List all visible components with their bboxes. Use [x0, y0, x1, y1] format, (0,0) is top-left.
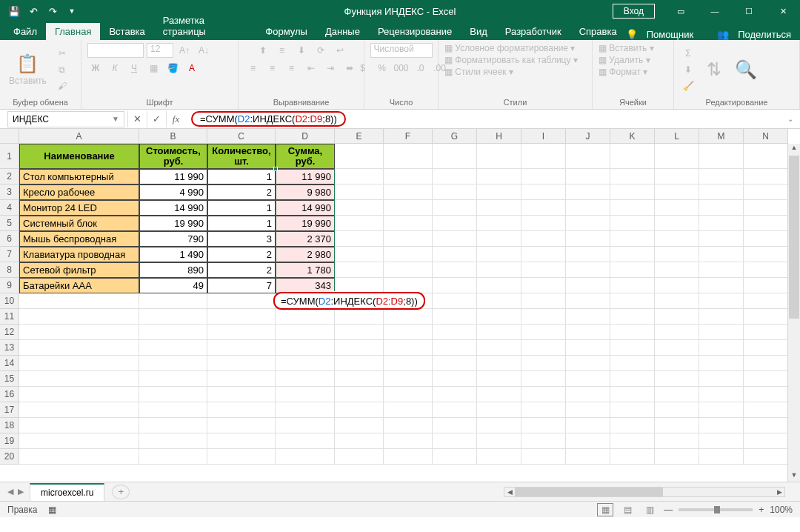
cell[interactable]: [384, 356, 433, 371]
italic-icon[interactable]: К: [107, 61, 123, 76]
cell[interactable]: [384, 402, 433, 418]
cell[interactable]: [335, 309, 384, 325]
cell[interactable]: [433, 387, 477, 402]
cell[interactable]: [384, 449, 433, 465]
format-as-table-button[interactable]: ▦ Форматировать как таблицу ▾: [444, 55, 578, 65]
table-cell-cost[interactable]: 49: [139, 278, 207, 293]
table-cell-sum[interactable]: 1 780: [276, 262, 335, 278]
indent-dec-icon[interactable]: ⇤: [303, 61, 319, 76]
cell[interactable]: [655, 262, 699, 278]
cell[interactable]: [566, 402, 610, 418]
cell[interactable]: [655, 325, 699, 340]
cell[interactable]: [19, 402, 139, 418]
indent-inc-icon[interactable]: ⇥: [322, 61, 339, 76]
cell[interactable]: [566, 216, 610, 231]
cell[interactable]: [477, 356, 521, 371]
cell[interactable]: [477, 247, 521, 262]
cell[interactable]: [477, 144, 521, 169]
tab-insert[interactable]: Вставка: [100, 23, 153, 40]
row-header[interactable]: 12: [0, 325, 19, 340]
cell[interactable]: [610, 184, 655, 200]
new-sheet-icon[interactable]: +: [112, 485, 130, 499]
cell[interactable]: [744, 184, 788, 200]
row-header[interactable]: 9: [0, 278, 19, 293]
cell[interactable]: [655, 356, 699, 371]
cell[interactable]: [610, 247, 655, 262]
table-cell-name[interactable]: Сетевой фильтр: [19, 262, 139, 278]
redo-icon[interactable]: ↷: [46, 4, 59, 18]
underline-icon[interactable]: Ч: [126, 61, 142, 76]
font-name-combo[interactable]: [87, 43, 144, 58]
row-header[interactable]: 2: [0, 169, 19, 184]
cell[interactable]: [521, 200, 566, 216]
table-cell-cost[interactable]: 1 490: [139, 247, 207, 262]
inc-decimal-icon[interactable]: .0: [413, 61, 429, 76]
border-icon[interactable]: ▦: [145, 61, 161, 76]
row-header[interactable]: 10: [0, 293, 19, 309]
clear-icon[interactable]: 🧹: [680, 79, 696, 93]
row-header[interactable]: 3: [0, 184, 19, 200]
cell[interactable]: [699, 418, 744, 433]
enter-formula-icon[interactable]: ✓: [147, 111, 166, 127]
row-header[interactable]: 18: [0, 418, 19, 433]
cell[interactable]: [433, 231, 477, 247]
cell[interactable]: [566, 144, 610, 169]
percent-icon[interactable]: %: [374, 61, 390, 76]
table-cell-sum[interactable]: 343: [276, 278, 335, 293]
cell[interactable]: [433, 418, 477, 433]
formula-input[interactable]: =СУММ(D2:ИНДЕКС(D2:D9;8)): [185, 111, 781, 127]
spreadsheet-grid[interactable]: ABCDEFGHIJKLMN 1234567891011121314151617…: [0, 129, 800, 482]
cell[interactable]: [335, 449, 384, 465]
cell[interactable]: [744, 309, 788, 325]
cell[interactable]: [655, 278, 699, 293]
cell[interactable]: [433, 184, 477, 200]
cell-styles-button[interactable]: ▦ Стили ячеек ▾: [444, 67, 513, 77]
cell[interactable]: [655, 144, 699, 169]
table-cell-sum[interactable]: 14 990: [276, 200, 335, 216]
cell[interactable]: [744, 262, 788, 278]
cell[interactable]: [276, 356, 335, 371]
cell[interactable]: [699, 262, 744, 278]
cell[interactable]: [19, 418, 139, 433]
cell[interactable]: [433, 309, 477, 325]
table-cell-name[interactable]: Мышь беспроводная: [19, 231, 139, 247]
cell[interactable]: [744, 144, 788, 169]
cell[interactable]: [610, 356, 655, 371]
sheet-prev-icon[interactable]: ◀: [7, 487, 13, 496]
cell[interactable]: [433, 200, 477, 216]
cell[interactable]: [335, 278, 384, 293]
cell[interactable]: [566, 340, 610, 356]
table-cell-sum[interactable]: 2 370: [276, 231, 335, 247]
delete-cells-button[interactable]: ▦ Удалить ▾: [599, 55, 650, 65]
cell[interactable]: [744, 293, 788, 309]
cell[interactable]: [477, 200, 521, 216]
cell[interactable]: [384, 247, 433, 262]
cell[interactable]: [655, 293, 699, 309]
cell[interactable]: [139, 356, 207, 371]
cell-editor[interactable]: =СУММ(D2:ИНДЕКС(D2:D9;8)): [273, 292, 425, 310]
cell[interactable]: [335, 387, 384, 402]
find-select-button[interactable]: 🔍: [732, 56, 760, 83]
table-cell-cost[interactable]: 14 990: [139, 200, 207, 216]
cell[interactable]: [610, 340, 655, 356]
row-header[interactable]: 7: [0, 247, 19, 262]
cell[interactable]: [384, 200, 433, 216]
table-cell-sum[interactable]: 19 990: [276, 216, 335, 231]
cell[interactable]: [139, 293, 207, 309]
cell[interactable]: [655, 216, 699, 231]
cell[interactable]: [433, 262, 477, 278]
cell[interactable]: [655, 402, 699, 418]
cell[interactable]: [477, 262, 521, 278]
cell[interactable]: [384, 387, 433, 402]
cell[interactable]: [335, 216, 384, 231]
cell[interactable]: [335, 144, 384, 169]
cell[interactable]: [521, 371, 566, 387]
currency-icon[interactable]: $: [355, 61, 371, 76]
cell[interactable]: [335, 262, 384, 278]
table-cell-sum[interactable]: 2 980: [276, 247, 335, 262]
cell[interactable]: [477, 433, 521, 449]
cell[interactable]: [699, 371, 744, 387]
share-icon[interactable]: 👥: [717, 29, 729, 40]
cell[interactable]: [384, 216, 433, 231]
cell[interactable]: [207, 402, 276, 418]
